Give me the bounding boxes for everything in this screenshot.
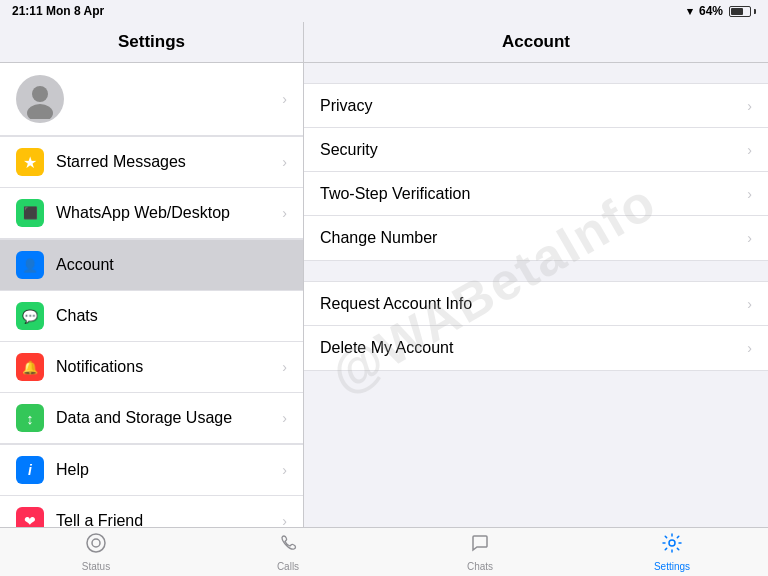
right-item-security[interactable]: Security › bbox=[304, 128, 768, 172]
group-misc: ★ Starred Messages › ⬛ WhatsApp Web/Desk… bbox=[0, 136, 303, 239]
battery-icon bbox=[729, 6, 756, 17]
sidebar-item-whatsapp-web[interactable]: ⬛ WhatsApp Web/Desktop › bbox=[0, 188, 303, 238]
security-label: Security bbox=[320, 141, 747, 159]
tab-status[interactable]: Status bbox=[0, 532, 192, 572]
account-icon: 👤 bbox=[16, 251, 44, 279]
tell-friend-icon: ❤ bbox=[16, 507, 44, 527]
profile-chevron-icon: › bbox=[282, 91, 287, 107]
account-label: Account bbox=[56, 256, 287, 274]
chats-icon: 💬 bbox=[16, 302, 44, 330]
status-tab-label: Status bbox=[82, 561, 110, 572]
battery-percent: 64% bbox=[699, 4, 723, 18]
sidebar-item-starred[interactable]: ★ Starred Messages › bbox=[0, 137, 303, 188]
tab-calls[interactable]: Calls bbox=[192, 532, 384, 572]
profile-row[interactable]: › bbox=[0, 63, 303, 136]
chats-tab-label: Chats bbox=[467, 561, 493, 572]
delete-account-chevron-icon: › bbox=[747, 340, 752, 356]
settings-tab-icon bbox=[661, 532, 683, 559]
svg-point-4 bbox=[669, 540, 675, 546]
right-item-two-step[interactable]: Two-Step Verification › bbox=[304, 172, 768, 216]
right-panel-title: Account bbox=[320, 32, 752, 52]
status-time: 21:11 Mon 8 Apr bbox=[12, 4, 104, 18]
main-content: Settings › ★ Starred Messages › ⬛ WhatsA… bbox=[0, 22, 768, 527]
right-panel-header: Account bbox=[304, 22, 768, 63]
chats-label: Chats bbox=[56, 307, 287, 325]
tab-settings[interactable]: Settings bbox=[576, 532, 768, 572]
chats-tab-icon bbox=[469, 532, 491, 559]
sidebar-item-notifications[interactable]: 🔔 Notifications › bbox=[0, 342, 303, 393]
delete-account-label: Delete My Account bbox=[320, 339, 747, 357]
notifications-chevron-icon: › bbox=[282, 359, 287, 375]
whatsapp-web-icon: ⬛ bbox=[16, 199, 44, 227]
calls-tab-icon bbox=[277, 532, 299, 559]
help-label: Help bbox=[56, 461, 282, 479]
calls-tab-label: Calls bbox=[277, 561, 299, 572]
status-bar: 21:11 Mon 8 Apr ▾ 64% bbox=[0, 0, 768, 22]
svg-point-3 bbox=[92, 539, 100, 547]
privacy-label: Privacy bbox=[320, 97, 747, 115]
sidebar-item-tell-friend[interactable]: ❤ Tell a Friend › bbox=[0, 496, 303, 527]
right-gap1 bbox=[304, 63, 768, 83]
right-group-1: Privacy › Security › Two-Step Verificati… bbox=[304, 83, 768, 261]
right-gap2 bbox=[304, 261, 768, 281]
right-item-privacy[interactable]: Privacy › bbox=[304, 84, 768, 128]
right-group-2: Request Account Info › Delete My Account… bbox=[304, 281, 768, 371]
tell-friend-chevron-icon: › bbox=[282, 513, 287, 527]
left-panel-title: Settings bbox=[16, 32, 287, 52]
right-item-delete-account[interactable]: Delete My Account › bbox=[304, 326, 768, 370]
change-number-label: Change Number bbox=[320, 229, 747, 247]
svg-point-1 bbox=[27, 104, 53, 119]
sidebar-item-help[interactable]: i Help › bbox=[0, 445, 303, 496]
group-main: 👤 Account 💬 Chats 🔔 Notifications › ↕ Da… bbox=[0, 239, 303, 444]
privacy-chevron-icon: › bbox=[747, 98, 752, 114]
notifications-icon: 🔔 bbox=[16, 353, 44, 381]
svg-point-0 bbox=[32, 86, 48, 102]
tab-bar: Status Calls Chats Settings bbox=[0, 527, 768, 576]
storage-label: Data and Storage Usage bbox=[56, 409, 282, 427]
request-info-label: Request Account Info bbox=[320, 295, 747, 313]
change-number-chevron-icon: › bbox=[747, 230, 752, 246]
security-chevron-icon: › bbox=[747, 142, 752, 158]
two-step-chevron-icon: › bbox=[747, 186, 752, 202]
tell-friend-label: Tell a Friend bbox=[56, 512, 282, 527]
help-chevron-icon: › bbox=[282, 462, 287, 478]
avatar bbox=[16, 75, 64, 123]
two-step-label: Two-Step Verification bbox=[320, 185, 747, 203]
storage-icon: ↕ bbox=[16, 404, 44, 432]
status-tab-icon bbox=[85, 532, 107, 559]
whatsapp-web-label: WhatsApp Web/Desktop bbox=[56, 204, 282, 222]
sidebar-item-chats[interactable]: 💬 Chats bbox=[0, 291, 303, 342]
sidebar-item-storage[interactable]: ↕ Data and Storage Usage › bbox=[0, 393, 303, 443]
right-item-change-number[interactable]: Change Number › bbox=[304, 216, 768, 260]
settings-tab-label: Settings bbox=[654, 561, 690, 572]
svg-point-2 bbox=[87, 534, 105, 552]
sidebar-item-account[interactable]: 👤 Account bbox=[0, 240, 303, 291]
status-indicators: ▾ 64% bbox=[687, 4, 756, 18]
group-help: i Help › ❤ Tell a Friend › bbox=[0, 444, 303, 527]
right-item-request-info[interactable]: Request Account Info › bbox=[304, 282, 768, 326]
notifications-label: Notifications bbox=[56, 358, 282, 376]
storage-chevron-icon: › bbox=[282, 410, 287, 426]
request-info-chevron-icon: › bbox=[747, 296, 752, 312]
starred-label: Starred Messages bbox=[56, 153, 282, 171]
wifi-icon: ▾ bbox=[687, 5, 693, 18]
right-panel: Account Privacy › Security › Two-Step Ve… bbox=[304, 22, 768, 527]
starred-icon: ★ bbox=[16, 148, 44, 176]
tab-chats[interactable]: Chats bbox=[384, 532, 576, 572]
help-icon: i bbox=[16, 456, 44, 484]
left-panel: Settings › ★ Starred Messages › ⬛ WhatsA… bbox=[0, 22, 304, 527]
left-panel-header: Settings bbox=[0, 22, 303, 63]
whatsapp-web-chevron-icon: › bbox=[282, 205, 287, 221]
starred-chevron-icon: › bbox=[282, 154, 287, 170]
